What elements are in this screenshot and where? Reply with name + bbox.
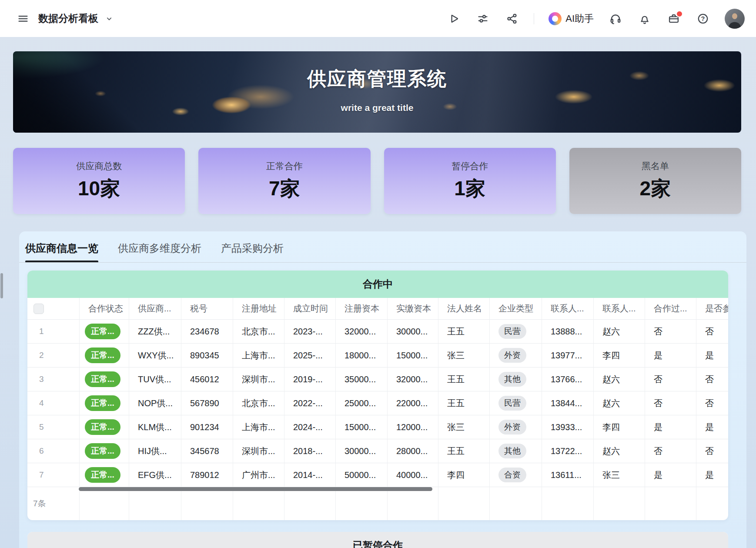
- table-cell[interactable]: 50000...: [336, 463, 388, 487]
- table-cell[interactable]: 否: [645, 439, 696, 463]
- ai-assistant-button[interactable]: AI助手: [549, 12, 594, 25]
- headset-icon[interactable]: [608, 11, 623, 26]
- table-cell[interactable]: EFG供...: [129, 463, 181, 487]
- column-header-10[interactable]: 联系人...: [542, 298, 594, 320]
- table-cell[interactable]: 是: [645, 344, 696, 368]
- table-cell[interactable]: 40000...: [388, 463, 438, 487]
- column-header-7[interactable]: 实缴资本: [388, 298, 438, 320]
- table-cell[interactable]: 正常...: [80, 463, 129, 487]
- table-cell[interactable]: 赵六: [594, 439, 645, 463]
- table-cell[interactable]: 12000...: [388, 415, 438, 439]
- table-cell[interactable]: 35000...: [336, 368, 388, 391]
- column-header-12[interactable]: 合作过...: [645, 298, 696, 320]
- table-cell[interactable]: 正常...: [80, 391, 129, 415]
- table-cell[interactable]: TUV供...: [129, 368, 181, 391]
- table-cell[interactable]: 2023-...: [284, 320, 336, 344]
- column-header-4[interactable]: 注册地址: [233, 298, 284, 320]
- table-row[interactable]: 1正常...ZZZ供...234678北京市...2023-...32000..…: [27, 320, 728, 344]
- table-cell[interactable]: 789012: [181, 463, 233, 487]
- table-cell[interactable]: 正常...: [80, 439, 129, 463]
- table-cell[interactable]: 合资: [490, 463, 542, 487]
- table-row[interactable]: 2正常...WXY供...890345上海市...2025-...18000..…: [27, 344, 728, 368]
- table-cell[interactable]: 王五: [438, 439, 490, 463]
- help-icon[interactable]: ?: [696, 11, 710, 26]
- table-cell[interactable]: 李四: [594, 344, 645, 368]
- table-cell[interactable]: 王五: [438, 368, 490, 391]
- table-cell[interactable]: 王五: [438, 391, 490, 415]
- table-cell[interactable]: 赵六: [594, 391, 645, 415]
- table-cell[interactable]: 901234: [181, 415, 233, 439]
- page-title[interactable]: 数据分析看板: [38, 12, 98, 25]
- table-cell[interactable]: 深圳市...: [233, 439, 284, 463]
- table-cell[interactable]: 2019-...: [284, 368, 336, 391]
- table-cell[interactable]: 13611...: [542, 463, 594, 487]
- table-cell[interactable]: 是: [696, 415, 728, 439]
- table-cell[interactable]: 890345: [181, 344, 233, 368]
- table-cell[interactable]: 13933...: [542, 415, 594, 439]
- table-cell[interactable]: 13766...: [542, 368, 594, 391]
- table-cell[interactable]: 北京市...: [233, 391, 284, 415]
- chevron-down-icon[interactable]: [102, 11, 117, 26]
- user-avatar[interactable]: [725, 9, 745, 29]
- table-cell[interactable]: 张三: [594, 463, 645, 487]
- sliders-icon[interactable]: [475, 11, 490, 26]
- table-cell[interactable]: 否: [696, 368, 728, 391]
- table-cell[interactable]: 15000...: [336, 415, 388, 439]
- column-header-11[interactable]: 联系人...: [594, 298, 645, 320]
- table-cell[interactable]: 13977...: [542, 344, 594, 368]
- column-header-8[interactable]: 法人姓名: [438, 298, 490, 320]
- column-header-2[interactable]: 供应商...: [129, 298, 181, 320]
- table-cell[interactable]: 张三: [438, 344, 490, 368]
- table-cell[interactable]: 345678: [181, 439, 233, 463]
- tab-procurement-analysis[interactable]: 产品采购分析: [221, 236, 284, 261]
- hamburger-menu-icon[interactable]: [16, 11, 30, 26]
- table-cell[interactable]: 李四: [438, 463, 490, 487]
- table-cell[interactable]: 北京市...: [233, 320, 284, 344]
- table-cell[interactable]: HIJ供...: [129, 439, 181, 463]
- table-cell[interactable]: 正常...: [80, 415, 129, 439]
- select-all-cell[interactable]: [27, 298, 80, 320]
- checkbox-unchecked-icon[interactable]: [33, 304, 44, 314]
- table-cell[interactable]: 广州市...: [233, 463, 284, 487]
- table-cell[interactable]: 22000...: [388, 391, 438, 415]
- table-cell[interactable]: 正常...: [80, 368, 129, 391]
- table-cell[interactable]: 民营: [490, 391, 542, 415]
- table-horizontal-scrollbar[interactable]: [79, 487, 432, 491]
- table-cell[interactable]: 正常...: [80, 320, 129, 344]
- table-cell[interactable]: 外资: [490, 344, 542, 368]
- table-cell[interactable]: 2014-...: [284, 463, 336, 487]
- table-cell[interactable]: 否: [645, 368, 696, 391]
- table-cell[interactable]: 其他: [490, 368, 542, 391]
- table-row[interactable]: 5正常...KLM供...901234上海市...2024-...15000..…: [27, 415, 728, 439]
- column-header-6[interactable]: 注册资本: [336, 298, 388, 320]
- table-row[interactable]: 3正常...TUV供...456012深圳市...2019-...35000..…: [27, 368, 728, 391]
- table-cell[interactable]: 否: [645, 391, 696, 415]
- table-cell[interactable]: 456012: [181, 368, 233, 391]
- table-row[interactable]: 7正常...EFG供...789012广州市...2014-...50000..…: [27, 463, 728, 487]
- table-cell[interactable]: 30000...: [388, 320, 438, 344]
- table-cell[interactable]: 567890: [181, 391, 233, 415]
- table-cell[interactable]: 否: [696, 439, 728, 463]
- play-icon[interactable]: [446, 11, 461, 26]
- table-cell[interactable]: 否: [645, 320, 696, 344]
- table-cell[interactable]: 正常...: [80, 344, 129, 368]
- column-header-3[interactable]: 税号: [181, 298, 233, 320]
- table-cell[interactable]: 民营: [490, 320, 542, 344]
- table-cell[interactable]: 赵六: [594, 320, 645, 344]
- table-cell[interactable]: 上海市...: [233, 344, 284, 368]
- table-cell[interactable]: 是: [696, 344, 728, 368]
- table-cell[interactable]: 赵六: [594, 368, 645, 391]
- column-header-1[interactable]: 合作状态: [80, 298, 129, 320]
- table-cell[interactable]: 李四: [594, 415, 645, 439]
- table-cell[interactable]: 2025-...: [284, 344, 336, 368]
- table-cell[interactable]: 13722...: [542, 439, 594, 463]
- table-cell[interactable]: 2018-...: [284, 439, 336, 463]
- column-header-9[interactable]: 企业类型: [490, 298, 542, 320]
- table-cell[interactable]: 234678: [181, 320, 233, 344]
- table-cell[interactable]: 2024-...: [284, 415, 336, 439]
- column-header-5[interactable]: 成立时间: [284, 298, 336, 320]
- table-cell[interactable]: 深圳市...: [233, 368, 284, 391]
- table-cell[interactable]: 15000...: [388, 344, 438, 368]
- table-cell[interactable]: ZZZ供...: [129, 320, 181, 344]
- share-icon[interactable]: [505, 11, 519, 26]
